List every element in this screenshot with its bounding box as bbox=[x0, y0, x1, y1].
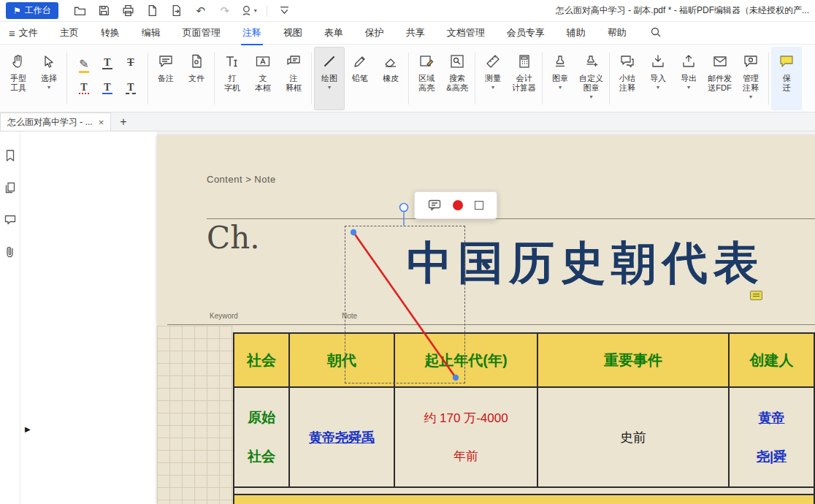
page-breadcrumb: Content > Note bbox=[207, 174, 276, 185]
pencil-tool-button[interactable]: 铅笔 bbox=[345, 47, 375, 110]
toolbar-collapse-button[interactable] bbox=[276, 3, 294, 19]
highlight-button[interactable]: ✎ bbox=[73, 57, 95, 76]
replace-text-button[interactable]: T bbox=[120, 82, 142, 101]
file-attachment-button[interactable]: 文件 bbox=[181, 47, 212, 110]
underline-button[interactable]: T bbox=[96, 57, 118, 76]
stamp-button[interactable]: 图章 ▾ bbox=[545, 47, 575, 110]
summary-comments-button[interactable]: 小结 注释 bbox=[612, 47, 643, 110]
draw-tool-label: 绘图 bbox=[321, 74, 337, 83]
menu-accessibility[interactable]: 辅助 bbox=[567, 26, 586, 39]
area-highlight-button[interactable]: 区域 高亮 bbox=[411, 47, 442, 110]
dynasty-link[interactable]: 黄帝尧舜禹 bbox=[309, 429, 375, 446]
pages-panel-button[interactable] bbox=[4, 181, 17, 194]
chevron-down-icon: ▾ bbox=[328, 84, 331, 91]
color-red-button[interactable] bbox=[453, 200, 463, 210]
redo-icon: ↷ bbox=[220, 5, 229, 16]
import-comments-button[interactable]: 导入 ▾ bbox=[643, 47, 673, 110]
search-button[interactable] bbox=[650, 26, 662, 40]
file-attachment-icon bbox=[188, 51, 204, 72]
founder-link-1[interactable]: 黄帝 bbox=[759, 409, 785, 427]
keyword-label: Keyword bbox=[210, 312, 238, 320]
hand-tool-button[interactable]: 手型 工具 bbox=[3, 47, 34, 110]
summary-comments-label: 小结 注释 bbox=[619, 74, 635, 93]
note-comment-button[interactable]: 备注 bbox=[150, 47, 181, 110]
document-canvas: ▶ Content > Note Ch. 中国历史朝代表 Keyword Not… bbox=[20, 131, 815, 504]
menu-convert[interactable]: 转换 bbox=[101, 26, 120, 39]
menubar: ≡ 文件 主页 转换 编辑 页面管理 注释 视图 表单 保护 共享 文档管理 会… bbox=[0, 22, 815, 45]
cell-society: 原始 社会 bbox=[234, 388, 290, 486]
keep-tool-button[interactable]: 保 迁 bbox=[771, 47, 802, 110]
textbox-icon bbox=[255, 51, 271, 72]
line-endpoint-handle[interactable] bbox=[351, 229, 356, 235]
menu-page-manage[interactable]: 页面管理 bbox=[183, 26, 221, 39]
typewriter-button[interactable]: 打 字机 bbox=[217, 47, 248, 110]
note-annotation-icon[interactable] bbox=[750, 291, 762, 300]
years-line1: 约 170 万-4000 bbox=[424, 410, 508, 427]
graph-paper-grid bbox=[157, 326, 233, 504]
menu-membership[interactable]: 会员专享 bbox=[507, 26, 545, 39]
measure-button[interactable]: 测量 ▾ bbox=[478, 47, 508, 110]
import-icon bbox=[650, 51, 666, 72]
rotate-handle[interactable] bbox=[400, 204, 408, 212]
strikeout-button[interactable]: T bbox=[120, 57, 142, 76]
undo-button[interactable]: ↶ bbox=[192, 3, 210, 19]
custom-stamp-button[interactable]: 自定义 图章 ▾ bbox=[575, 47, 607, 110]
menu-file[interactable]: ≡ 文件 bbox=[9, 26, 38, 39]
document-tab[interactable]: 怎么面对高中学习 - ... × bbox=[0, 112, 111, 131]
calculator-button[interactable]: 会计 计算器 bbox=[508, 47, 540, 110]
callout-button[interactable]: 注 释框 bbox=[278, 47, 309, 110]
menu-form[interactable]: 表单 bbox=[324, 26, 343, 39]
typewriter-label: 打 字机 bbox=[224, 74, 240, 93]
draw-tool-button[interactable]: 绘图 ▾ bbox=[314, 47, 345, 110]
bookmarks-panel-button[interactable] bbox=[4, 149, 17, 162]
menu-label: 表单 bbox=[324, 26, 343, 39]
search-highlight-button[interactable]: 搜索 &高亮 bbox=[442, 47, 472, 110]
close-tab-icon[interactable]: × bbox=[99, 118, 104, 127]
divider bbox=[609, 53, 610, 104]
squiggly-button[interactable]: T bbox=[73, 82, 95, 101]
text-markup-group: ✎ T T T T T bbox=[69, 47, 145, 110]
chevron-down-icon: ▾ bbox=[589, 93, 592, 100]
menu-help[interactable]: 帮助 bbox=[608, 26, 627, 39]
select-tool-button[interactable]: 选择 ▾ bbox=[34, 47, 64, 110]
eraser-tool-button[interactable]: 橡皮 bbox=[375, 47, 406, 110]
shape-square-button[interactable] bbox=[475, 201, 483, 210]
menu-comment[interactable]: 注释 bbox=[242, 26, 261, 39]
menu-view[interactable]: 视图 bbox=[283, 26, 302, 39]
menu-doc-manage[interactable]: 文档管理 bbox=[447, 26, 485, 39]
search-highlight-icon bbox=[449, 51, 465, 72]
attachments-panel-button[interactable] bbox=[4, 245, 17, 259]
manage-comments-button[interactable]: 管理 注释 ▾ bbox=[735, 47, 766, 110]
undo-icon: ↶ bbox=[196, 5, 205, 16]
insert-text-button[interactable]: T bbox=[96, 82, 118, 101]
divider bbox=[148, 53, 148, 104]
quick-tools-button[interactable]: ▾ bbox=[240, 3, 258, 19]
save-button[interactable] bbox=[96, 3, 113, 19]
page-tool-button[interactable] bbox=[144, 3, 161, 19]
export-comments-button[interactable]: 导出 ▾ bbox=[673, 47, 704, 110]
redo-button[interactable]: ↷ bbox=[216, 3, 234, 19]
next-table-header-strip bbox=[234, 494, 814, 504]
new-tab-button[interactable]: + bbox=[120, 116, 126, 131]
comments-panel-button[interactable] bbox=[4, 213, 17, 226]
menu-edit[interactable]: 编辑 bbox=[142, 26, 161, 39]
menu-label: 共享 bbox=[406, 26, 425, 39]
eraser-tool-label: 橡皮 bbox=[383, 74, 399, 83]
menu-home[interactable]: 主页 bbox=[60, 26, 79, 39]
panel-expand-arrow[interactable]: ▶ bbox=[25, 425, 31, 433]
add-comment-button[interactable] bbox=[428, 199, 441, 211]
pdf-page[interactable]: Content > Note Ch. 中国历史朝代表 Keyword Note … bbox=[157, 135, 815, 504]
export-page-button[interactable] bbox=[168, 3, 185, 19]
menu-label: 注释 bbox=[242, 26, 261, 39]
open-file-button[interactable] bbox=[72, 3, 89, 19]
menu-protect[interactable]: 保护 bbox=[365, 26, 384, 39]
workspace-button[interactable]: ⚑ 工作台 bbox=[6, 2, 58, 19]
line-endpoint-handle[interactable] bbox=[453, 375, 459, 381]
founder-link-2[interactable]: 尧|舜 bbox=[757, 448, 787, 465]
email-fdf-button[interactable]: 邮件发 送FDF bbox=[704, 47, 735, 110]
textbox-button[interactable]: 文 本框 bbox=[248, 47, 278, 110]
menu-share[interactable]: 共享 bbox=[406, 26, 425, 39]
print-button[interactable] bbox=[120, 3, 137, 19]
divider bbox=[311, 53, 312, 104]
header-cell: 社会 bbox=[234, 334, 290, 386]
